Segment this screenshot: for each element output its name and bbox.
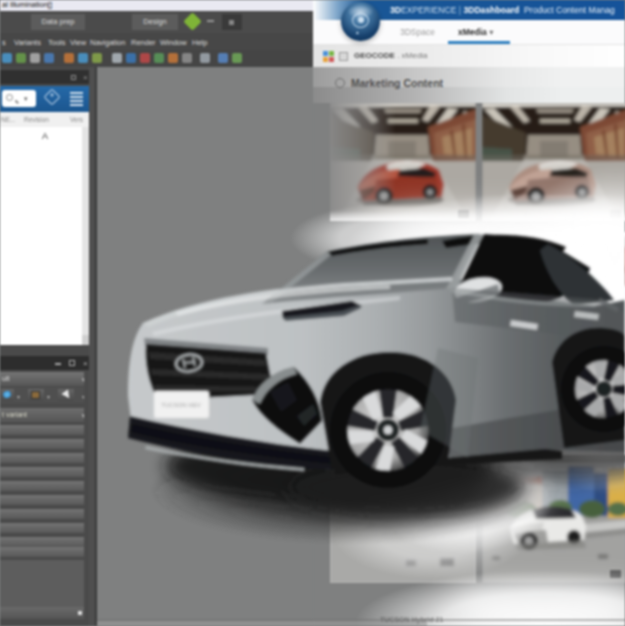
- svg-text:TUCSON HEV: TUCSON HEV: [161, 402, 200, 408]
